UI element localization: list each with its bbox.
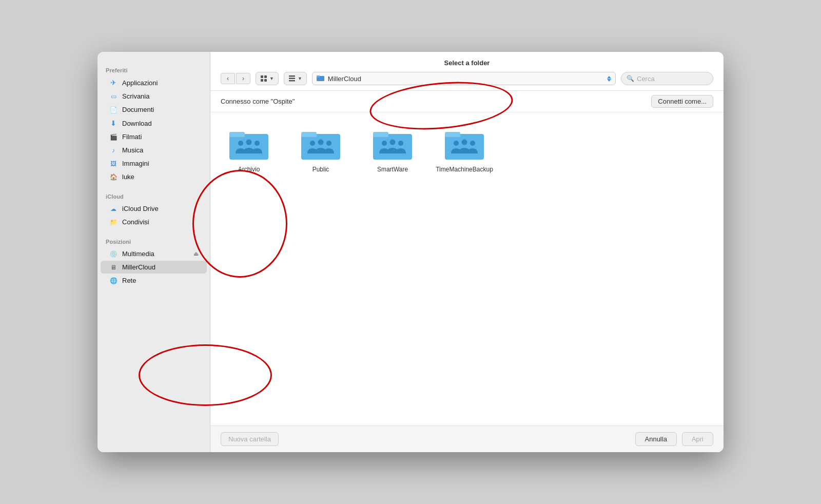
posizioni-section-label: Posizioni: [97, 234, 210, 247]
back-button[interactable]: ‹: [221, 73, 235, 84]
bottom-right-buttons: Annulla Apri: [635, 432, 714, 446]
location-arrows[interactable]: [607, 76, 611, 82]
multimedia-icon: 💿: [109, 250, 118, 258]
connection-bar: Connesso come "Ospite" Connetti come...: [210, 91, 724, 112]
arrow-down-icon: [607, 79, 611, 82]
svg-point-13: [255, 141, 260, 146]
search-bar[interactable]: 🔍 Cerca: [621, 72, 713, 85]
location-bar[interactable]: MillerCloud: [312, 72, 616, 85]
archivio-folder-icon: [228, 127, 269, 162]
documenti-icon: 📄: [109, 106, 118, 113]
svg-rect-24: [445, 134, 484, 160]
list-view-button[interactable]: ▼: [284, 72, 307, 85]
sidebar-icloud-drive-label: iCloud Drive: [122, 205, 159, 212]
svg-rect-9: [229, 134, 268, 160]
sidebar-luke-label: luke: [122, 173, 134, 181]
chevron-down-icon-2: ▼: [298, 76, 302, 81]
file-area: Archivio: [210, 112, 724, 425]
svg-rect-6: [289, 80, 295, 82]
svg-point-23: [398, 141, 403, 146]
sidebar-item-filmati[interactable]: 🎬 Filmati: [101, 130, 207, 143]
svg-rect-25: [445, 132, 460, 137]
chevron-down-icon: ▼: [269, 76, 274, 81]
sidebar-filmati-label: Filmati: [122, 133, 142, 141]
timemachinebackup-folder-name: TimeMachineBackup: [436, 166, 493, 174]
sidebar-item-documenti[interactable]: 📄 Documenti: [101, 103, 207, 116]
archivio-folder-name: Archivio: [238, 166, 260, 174]
musica-icon: ♪: [109, 147, 118, 154]
svg-point-17: [318, 140, 324, 145]
svg-point-12: [246, 140, 252, 145]
sidebar-item-condivisi[interactable]: 📁 Condivisi: [101, 216, 207, 228]
connetti-come-button[interactable]: Connetti come...: [651, 95, 713, 108]
sidebar-item-multimedia[interactable]: 💿 Multimedia ⏏: [101, 247, 207, 260]
sidebar-item-scrivania[interactable]: ▭ Scrivania: [101, 90, 207, 103]
folder-smartware[interactable]: SmartWare: [364, 123, 421, 178]
svg-rect-19: [373, 134, 412, 160]
svg-rect-14: [301, 134, 340, 160]
sidebar-item-millercloud[interactable]: 🖥 MillerCloud: [101, 261, 207, 274]
svg-rect-8: [317, 75, 320, 77]
location-text: MillerCloud: [328, 75, 604, 83]
public-folder-name: Public: [312, 166, 329, 174]
sidebar-multimedia-label: Multimedia: [122, 250, 154, 258]
folder-public[interactable]: Public: [292, 123, 349, 178]
millercloud-icon: 🖥: [109, 264, 118, 271]
svg-point-26: [454, 141, 459, 146]
sidebar-item-icloud-drive[interactable]: ☁ iCloud Drive: [101, 202, 207, 215]
sidebar-rete-label: Rete: [122, 277, 136, 284]
location-folder-icon: [317, 74, 325, 83]
sidebar-item-applicazioni[interactable]: ✈ Applicazioni: [101, 76, 207, 89]
folder-archivio[interactable]: Archivio: [221, 123, 277, 178]
svg-rect-15: [301, 132, 317, 137]
applicazioni-icon: ✈: [109, 79, 118, 87]
folder-location-icon: [317, 74, 325, 82]
icloud-section-label: iCloud: [97, 188, 210, 202]
svg-rect-4: [289, 75, 295, 77]
icon-view-button[interactable]: ▼: [256, 72, 279, 85]
sidebar-item-musica[interactable]: ♪ Musica: [101, 144, 207, 157]
sidebar-scrivania-label: Scrivania: [122, 92, 149, 100]
sidebar-item-luke[interactable]: 🏠 luke: [101, 170, 207, 183]
sidebar-musica-label: Musica: [122, 146, 143, 154]
luke-icon: 🏠: [109, 173, 118, 181]
smartware-folder-icon: [372, 127, 413, 162]
svg-point-27: [462, 140, 467, 145]
sidebar-immagini-label: Immagini: [122, 160, 149, 167]
preferiti-section-label: Preferiti: [97, 62, 210, 75]
sidebar-item-download[interactable]: ⬇ Download: [101, 117, 207, 130]
svg-rect-0: [261, 75, 263, 78]
search-icon: 🔍: [627, 75, 634, 82]
svg-point-11: [238, 141, 243, 146]
eject-icon[interactable]: ⏏: [193, 250, 199, 257]
sidebar-condivisi-label: Condivisi: [122, 218, 149, 226]
nav-buttons: ‹ ›: [221, 73, 250, 84]
apri-button[interactable]: Apri: [682, 432, 713, 446]
download-icon: ⬇: [109, 119, 118, 127]
nuova-cartella-button[interactable]: Nuova cartella: [221, 432, 279, 446]
svg-rect-20: [373, 132, 388, 137]
rete-icon: 🌐: [109, 277, 118, 284]
sidebar-millercloud-label: MillerCloud: [122, 263, 155, 271]
sidebar-applicazioni-label: Applicazioni: [122, 79, 158, 87]
dialog-title: Select a folder: [210, 52, 724, 67]
svg-point-28: [470, 141, 475, 146]
forward-button[interactable]: ›: [236, 73, 250, 84]
folder-timemachinebackup[interactable]: TimeMachineBackup: [436, 123, 493, 178]
sidebar: Preferiti ✈ Applicazioni ▭ Scrivania 📄 D…: [97, 52, 210, 452]
main-panel: Select a folder ‹ › ▼: [210, 52, 724, 452]
sidebar-download-label: Download: [122, 120, 152, 127]
timemachinebackup-folder-icon: [444, 127, 485, 162]
filmati-icon: 🎬: [109, 133, 118, 141]
connection-status-text: Connesso come "Ospite": [221, 98, 295, 105]
bottom-bar: Nuova cartella Annulla Apri: [210, 425, 724, 452]
scrivania-icon: ▭: [109, 93, 118, 100]
icloud-drive-icon: ☁: [109, 205, 118, 212]
sidebar-item-rete[interactable]: 🌐 Rete: [101, 274, 207, 287]
svg-point-18: [326, 141, 331, 146]
sidebar-item-immagini[interactable]: 🖼 Immagini: [101, 157, 207, 170]
sidebar-documenti-label: Documenti: [122, 106, 154, 113]
condivisi-icon: 📁: [109, 219, 118, 226]
annulla-button[interactable]: Annulla: [635, 432, 677, 446]
arrow-up-icon: [607, 76, 611, 79]
